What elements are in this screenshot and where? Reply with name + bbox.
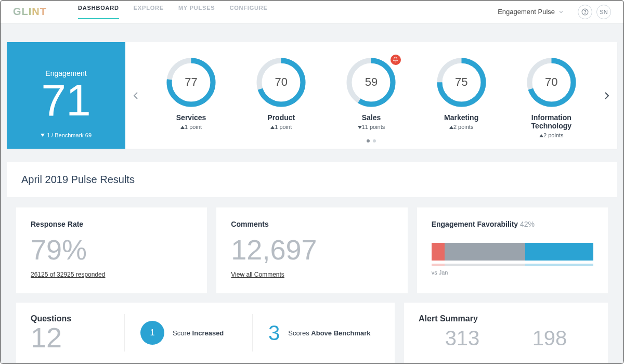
department-score: 70 [256, 58, 306, 107]
department-score: 59 [346, 58, 396, 107]
department-marketing[interactable]: 75Marketing2 points [422, 58, 500, 130]
engagement-score: 71 [41, 77, 91, 122]
chevron-right-icon [601, 89, 613, 102]
favorability-bar [432, 243, 593, 261]
triangle-up-icon [270, 126, 275, 129]
pulse-selector[interactable]: Engagement Pulse [498, 8, 564, 16]
nav-configure[interactable]: CONFIGURE [229, 5, 267, 19]
triangle-up-icon [180, 126, 185, 129]
hero-panel: Engagement 71 1 / Benchmark 69 77Service… [7, 42, 617, 149]
score-ring: 70 [256, 58, 306, 107]
help-button[interactable] [578, 5, 592, 19]
carousel-prev-button[interactable] [125, 89, 146, 102]
engagement-score-card[interactable]: Engagement 71 1 / Benchmark 69 [7, 42, 125, 149]
department-information-technology[interactable]: 70Information Technology2 points [512, 58, 590, 138]
help-icon [581, 8, 589, 16]
department-delta: 1 point [270, 124, 292, 130]
favorability-compare-bar [432, 264, 593, 266]
department-name: Information Technology [512, 113, 590, 130]
alert-count-a: 313 [445, 327, 480, 350]
department-name: Sales [362, 113, 381, 122]
top-bar: GLINT DASHBOARDEXPLOREMY PULSESCONFIGURE… [1, 1, 623, 23]
page-content: Engagement 71 1 / Benchmark 69 77Service… [1, 23, 623, 363]
favorability-vs-label: vs Jan [432, 269, 593, 276]
score-ring: 70 [527, 58, 576, 107]
department-delta: 2 points [449, 124, 474, 130]
triangle-down-icon [41, 134, 45, 137]
pulse-selector-label: Engagement Pulse [498, 8, 555, 16]
comments-title: Comments [231, 220, 393, 228]
department-carousel: 77Services1 point70Product1 point59Sales… [125, 42, 617, 149]
above-benchmark-count: 3 [268, 321, 280, 345]
nav-dashboard[interactable]: DASHBOARD [78, 5, 119, 19]
department-score: 70 [527, 58, 576, 107]
department-score: 75 [437, 58, 486, 107]
chevron-down-icon [558, 9, 564, 15]
department-name: Product [267, 113, 295, 122]
nav-explore[interactable]: EXPLORE [134, 5, 164, 19]
nav-my-pulses[interactable]: MY PULSES [178, 5, 215, 19]
questions-count: 12 [31, 323, 124, 352]
score-increased-badge: 1 [140, 321, 164, 345]
department-product[interactable]: 70Product1 point [242, 58, 320, 130]
carousel-next-button[interactable] [596, 89, 617, 102]
questions-card[interactable]: Questions 12 1 Score Increased 3 Scores … [16, 303, 395, 363]
score-ring: 75 [437, 58, 486, 107]
triangle-down-icon [358, 126, 362, 129]
results-section-title: April 2019 Pulse Results [7, 162, 617, 198]
department-delta: 1 point [180, 124, 202, 130]
view-comments-link[interactable]: View all Comments [231, 271, 284, 278]
favorability-card[interactable]: Engagement Favorability 42% vs Jan [417, 207, 608, 293]
department-services[interactable]: 77Services1 point [152, 58, 230, 130]
score-ring: 77 [166, 58, 216, 107]
comments-card[interactable]: Comments 12,697 View all Comments [216, 207, 407, 293]
engagement-benchmark: 1 / Benchmark 69 [41, 132, 92, 138]
department-score: 77 [166, 58, 216, 107]
brand-logo: GLINT [13, 6, 47, 18]
chevron-left-icon [129, 89, 142, 102]
response-rate-detail-link[interactable]: 26125 of 32925 responded [31, 271, 105, 278]
department-sales[interactable]: 59Sales11 points [332, 58, 410, 130]
department-name: Services [176, 113, 206, 122]
comments-value: 12,697 [231, 236, 393, 264]
department-name: Marketing [444, 113, 478, 122]
response-rate-value: 79% [31, 236, 192, 264]
triangle-up-icon [449, 126, 453, 129]
alert-summary-title: Alert Summary [419, 314, 593, 323]
triangle-up-icon [539, 134, 543, 137]
above-benchmark-stat: 3 Scores Above Benchmark [252, 314, 380, 352]
department-delta: 11 points [358, 124, 385, 130]
main-nav: DASHBOARDEXPLOREMY PULSESCONFIGURE [78, 5, 268, 19]
response-rate-card[interactable]: Response Rate 79% 26125 of 32925 respond… [16, 207, 207, 293]
department-delta: 2 points [539, 132, 564, 138]
user-avatar[interactable]: SN [596, 5, 611, 19]
response-rate-title: Response Rate [31, 220, 192, 228]
svg-point-1 [585, 13, 586, 14]
score-increased-stat: 1 Score Increased [124, 314, 252, 352]
carousel-dots[interactable] [367, 139, 376, 142]
score-ring: 59 [346, 58, 396, 107]
favorability-title: Engagement Favorability 42% [432, 220, 593, 228]
alert-summary-card[interactable]: Alert Summary 313 198 [404, 303, 608, 363]
alert-count-b: 198 [532, 327, 567, 350]
